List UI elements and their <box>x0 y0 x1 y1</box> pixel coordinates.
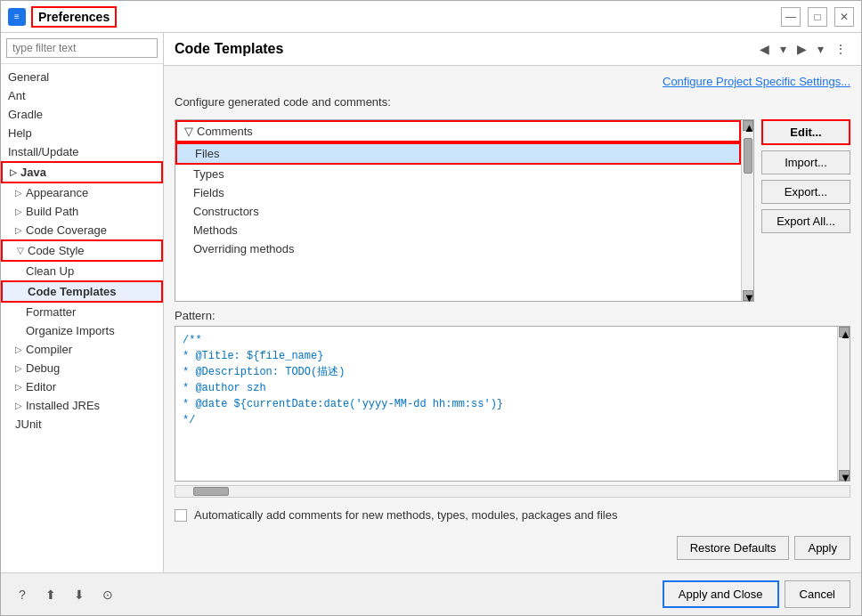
expand-arrow: ▷ <box>15 382 22 392</box>
expand-arrow: ▽ <box>17 246 24 255</box>
panel-body: Configure Project Specific Settings... C… <box>164 66 861 572</box>
sidebar-item-build-path[interactable]: ▷ Build Path <box>1 202 163 221</box>
template-item-types[interactable]: Types <box>175 165 741 183</box>
sidebar-label: Debug <box>26 361 60 375</box>
import-button[interactable]: Import... <box>761 150 850 174</box>
export-button[interactable]: Export... <box>761 180 850 204</box>
hscroll-thumb[interactable] <box>193 487 229 496</box>
import-prefs-button[interactable]: ⬇ <box>69 584 90 605</box>
template-item-constructors[interactable]: Constructors <box>175 202 741 221</box>
sidebar-item-help[interactable]: Help <box>1 124 163 142</box>
main-content: General Ant Gradle Help Install/Update ▷ <box>1 33 861 572</box>
close-button[interactable]: ✕ <box>834 7 854 27</box>
sidebar-item-junit[interactable]: JUnit <box>1 415 163 434</box>
sidebar-label: Code Coverage <box>26 223 107 237</box>
filter-input[interactable] <box>6 38 158 58</box>
sidebar-label: Appearance <box>26 186 88 199</box>
expand-arrow: ▷ <box>15 401 22 410</box>
code-line-1: /** <box>183 332 830 348</box>
nav-forward-button[interactable]: ▶ <box>793 40 810 58</box>
help-icon-button[interactable]: ? <box>12 584 33 605</box>
title-bar-left: ≡ Preferences <box>8 6 117 28</box>
sidebar-item-gradle[interactable]: Gradle <box>1 105 163 124</box>
expand-arrow: ▷ <box>15 207 22 216</box>
sidebar-label: Install/Update <box>8 145 79 158</box>
auto-comment-label: Automatically add comments for new metho… <box>194 508 617 522</box>
sidebar-item-editor[interactable]: ▷ Editor <box>1 377 163 396</box>
nav-back-button[interactable]: ◀ <box>756 40 773 58</box>
sidebar-label: Build Path <box>26 205 78 218</box>
template-label: Files <box>195 147 219 160</box>
scroll-down-btn[interactable]: ▼ <box>743 290 753 301</box>
export-prefs-button[interactable]: ⬆ <box>40 584 61 605</box>
template-tree: ▽ Comments Files Types Fields <box>175 120 741 301</box>
auto-comment-checkbox[interactable] <box>175 509 187 522</box>
expand-arrow-icon: ▽ <box>184 125 193 138</box>
sidebar-item-organize-imports[interactable]: Organize Imports <box>1 321 163 340</box>
template-label: Fields <box>193 186 224 199</box>
sidebar-item-installed-jres[interactable]: ▷ Installed JREs <box>1 396 163 415</box>
sidebar-item-code-style[interactable]: ▽ Code Style <box>1 239 163 262</box>
preferences-window: ≡ Preferences — □ ✕ General Ant Gr <box>0 0 862 616</box>
sidebar-item-code-coverage[interactable]: ▷ Code Coverage <box>1 221 163 239</box>
sidebar-item-appearance[interactable]: ▷ Appearance <box>1 183 163 202</box>
code-line-4: * @author szh <box>183 380 830 396</box>
expand-arrow: ▷ <box>10 167 17 177</box>
code-line-6: */ <box>183 412 830 428</box>
expand-arrow: ▷ <box>15 363 22 373</box>
app-icon: ≡ <box>8 8 26 26</box>
middle-section: ▽ Comments Files Types Fields <box>175 119 850 302</box>
export-all-button[interactable]: Export All... <box>761 209 850 233</box>
sidebar-item-code-templates[interactable]: Code Templates <box>1 280 163 303</box>
nav-dropdown2-button[interactable]: ▾ <box>814 40 827 58</box>
maximize-button[interactable]: □ <box>808 7 827 27</box>
sidebar-item-java[interactable]: ▷ Java <box>1 161 163 183</box>
config-project-link[interactable]: Configure Project Specific Settings... <box>663 75 850 88</box>
apply-button[interactable]: Apply <box>794 536 850 560</box>
scroll-up-btn[interactable]: ▲ <box>743 120 753 131</box>
template-label: Comments <box>197 125 253 138</box>
template-label: Types <box>193 167 224 181</box>
filter-box <box>1 33 163 64</box>
action-buttons: Edit... Import... Export... Export All..… <box>761 119 850 302</box>
horizontal-scrollbar[interactable] <box>175 485 850 498</box>
sidebar-label: General <box>8 70 49 84</box>
template-label: Overriding methods <box>193 242 294 255</box>
pattern-scrollbar[interactable]: ▲ ▼ <box>837 327 850 481</box>
nav-menu-button[interactable]: ⋮ <box>831 40 850 58</box>
nav-dropdown-button[interactable]: ▾ <box>777 40 790 58</box>
scroll-down-btn2[interactable]: ▼ <box>839 470 850 481</box>
sidebar-label: Ant <box>8 89 26 102</box>
settings-button[interactable]: ⊙ <box>97 584 118 605</box>
pattern-section: Pattern: /** * @Title: ${file_name} * @D… <box>175 309 850 498</box>
restore-defaults-button[interactable]: Restore Defaults <box>677 536 790 560</box>
sidebar-item-install-update[interactable]: Install/Update <box>1 142 163 161</box>
left-panel: General Ant Gradle Help Install/Update ▷ <box>1 33 164 572</box>
sidebar-item-clean-up[interactable]: Clean Up <box>1 262 163 280</box>
panel-title: Code Templates <box>175 41 283 57</box>
sidebar-item-debug[interactable]: ▷ Debug <box>1 359 163 377</box>
minimize-button[interactable]: — <box>781 7 801 27</box>
sidebar-item-ant[interactable]: Ant <box>1 86 163 105</box>
cancel-button[interactable]: Cancel <box>785 580 850 608</box>
sidebar-item-general[interactable]: General <box>1 68 163 86</box>
title-bar: ≡ Preferences — □ ✕ <box>1 1 861 33</box>
sidebar-item-formatter[interactable]: Formatter <box>1 303 163 321</box>
apply-and-close-button[interactable]: Apply and Close <box>663 580 779 608</box>
template-item-overriding-methods[interactable]: Overriding methods <box>175 239 741 258</box>
window-title: Preferences <box>31 6 117 28</box>
edit-button[interactable]: Edit... <box>761 119 850 145</box>
scroll-up-btn2[interactable]: ▲ <box>839 327 850 337</box>
right-panel: Code Templates ◀ ▾ ▶ ▾ ⋮ Configure Proje… <box>164 33 861 572</box>
sidebar-item-compiler[interactable]: ▷ Compiler <box>1 340 163 359</box>
pattern-editor[interactable]: /** * @Title: ${file_name} * @Descriptio… <box>175 327 837 481</box>
template-item-fields[interactable]: Fields <box>175 183 741 202</box>
template-item-files[interactable]: Files <box>175 142 741 165</box>
template-item-methods[interactable]: Methods <box>175 221 741 239</box>
sidebar-label: Compiler <box>26 343 72 356</box>
tree-scrollbar[interactable]: ▲ ▼ <box>741 120 753 301</box>
template-item-comments[interactable]: ▽ Comments <box>175 120 741 142</box>
sidebar-label: Formatter <box>26 305 76 319</box>
pattern-editor-container: /** * @Title: ${file_name} * @Descriptio… <box>175 326 850 482</box>
scrollbar-thumb[interactable] <box>744 138 752 174</box>
